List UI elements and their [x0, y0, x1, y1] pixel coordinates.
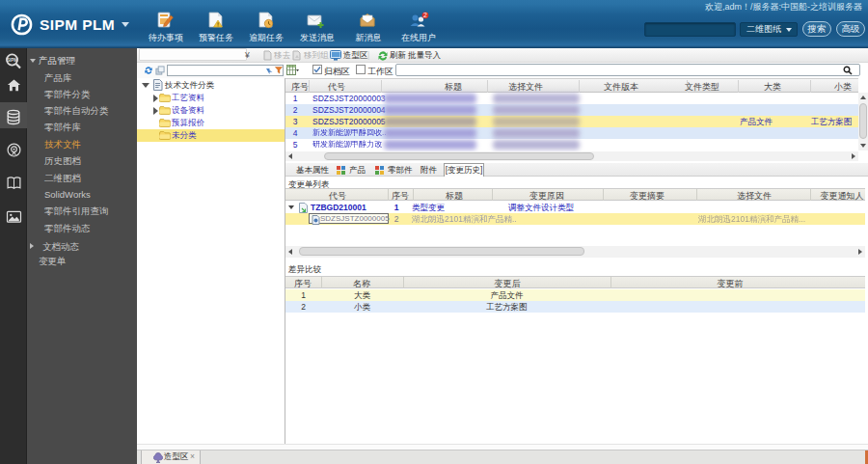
svg-text:2: 2 [423, 12, 427, 18]
svg-text:SIPM: SIPM [7, 58, 17, 63]
